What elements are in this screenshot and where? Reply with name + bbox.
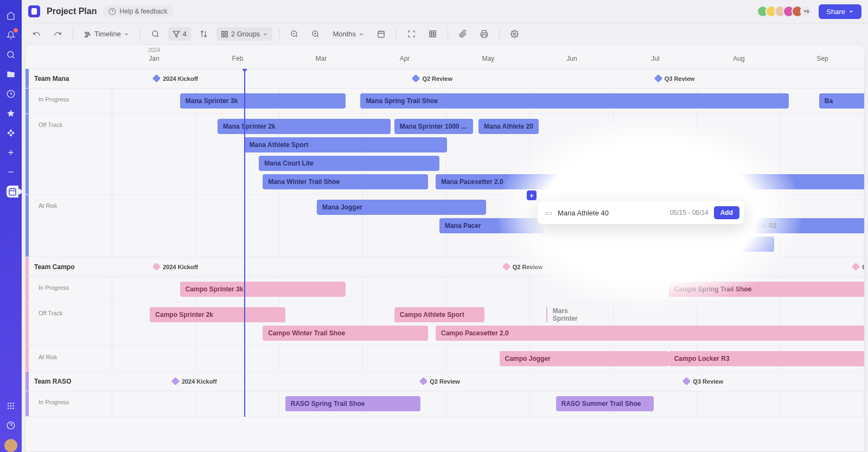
group-header[interactable]: Team Campo2024 KickoffQ2 ReviewQ — [25, 257, 864, 277]
star-icon[interactable] — [5, 107, 17, 119]
collaborator-avatars[interactable]: +6 — [760, 5, 812, 17]
home-icon[interactable] — [5, 10, 17, 22]
filter-button[interactable]: 4 — [168, 27, 191, 41]
task-bar[interactable]: Mana Spring Trail Shoe — [360, 93, 789, 109]
month-column: 2024Jan — [112, 45, 196, 68]
task-bar[interactable]: Campo Athlete Sport — [394, 307, 484, 322]
task-bar[interactable]: Mana Sprinter 3k — [180, 93, 346, 109]
svg-point-9 — [8, 408, 9, 409]
milestone[interactable]: 2024 Kickoff — [154, 75, 198, 82]
svg-point-4 — [10, 403, 12, 404]
task-bar[interactable]: Mana Jogger — [317, 200, 486, 215]
task-bar[interactable]: Campo Winter Trail Shoe — [263, 326, 428, 341]
avatar-overflow[interactable]: +6 — [800, 5, 812, 17]
grid-toggle-button[interactable] — [424, 27, 441, 41]
task-bar[interactable]: Mars Sprinter — [546, 307, 591, 322]
milestone[interactable]: Q2 Review — [420, 378, 460, 385]
month-column: Sep — [781, 45, 864, 68]
milestone[interactable]: Q3 Review — [655, 75, 695, 82]
milestone[interactable]: Q2 Review — [503, 264, 543, 270]
task-bar[interactable]: Mana Pacesetter 3.0 — [623, 237, 774, 252]
svg-rect-26 — [482, 35, 487, 37]
chevron-down-icon — [359, 31, 364, 37]
status-row: In ProgressCampo Sprinter 3kCampo Spring… — [25, 277, 864, 302]
task-bar[interactable]: Campo Spring Trail Shoe — [669, 282, 865, 297]
undo-button[interactable] — [28, 27, 45, 41]
task-bar[interactable]: Campo Pacesetter 2.0 — [436, 326, 865, 341]
status-row: Off TrackMana Sprinter 2kMana Sprinter 1… — [25, 114, 864, 195]
folder-icon[interactable] — [5, 68, 17, 80]
task-bar[interactable]: Mana Sprinter 1000 ... — [394, 119, 474, 134]
svg-point-8 — [12, 405, 14, 407]
question-icon — [108, 8, 116, 15]
task-bar[interactable]: Mana Sprinter 2k — [218, 119, 391, 134]
task-bar[interactable]: Campo Sprinter 3k — [180, 282, 346, 297]
month-column: Jul — [614, 45, 697, 68]
zoom-level-selector[interactable]: Months — [328, 27, 368, 41]
view-selector[interactable]: Timeline — [80, 27, 133, 41]
task-bar[interactable]: Mana Court Lite — [259, 156, 439, 171]
new-task-dates[interactable]: 05/15 - 06/14 — [670, 209, 709, 217]
attachment-button[interactable] — [455, 27, 471, 41]
print-button[interactable] — [476, 27, 493, 41]
svg-rect-20 — [222, 35, 224, 37]
task-bar[interactable]: Ba — [819, 93, 865, 109]
user-avatar[interactable] — [4, 439, 17, 452]
svg-point-10 — [10, 408, 12, 409]
svg-point-7 — [10, 405, 12, 407]
search-icon[interactable] — [5, 49, 17, 61]
redo-button[interactable] — [49, 27, 66, 41]
task-bar[interactable]: Mana Winter Trail Shoe — [263, 174, 428, 189]
help-icon[interactable] — [5, 419, 17, 431]
today-button[interactable] — [373, 27, 390, 41]
task-bar[interactable]: RASO Spring Trail Shoe — [285, 396, 420, 411]
app-sidebar — [0, 0, 22, 452]
task-bar[interactable]: Mana Pacesetter 2.0 — [436, 174, 865, 189]
new-task-name[interactable]: Mana Athlete 40 — [558, 209, 665, 217]
group-button[interactable]: 2 Groups — [216, 27, 272, 41]
timeline-icon[interactable] — [7, 186, 18, 198]
svg-rect-16 — [85, 36, 88, 37]
task-bar[interactable]: Campo Locker R3 — [669, 351, 865, 366]
task-bar[interactable]: Campo Sprinter 2k — [150, 307, 285, 322]
time-icon[interactable] — [5, 88, 17, 100]
apps-icon[interactable] — [5, 400, 17, 412]
add-button[interactable]: Add — [714, 206, 739, 219]
milestone[interactable]: Q — [853, 264, 865, 270]
toolbar: Timeline 4 2 Groups Months — [22, 23, 868, 44]
diamond-tool-icon[interactable] — [5, 127, 17, 139]
status-row: In ProgressRASO Spring Trail ShoeRASO Su… — [25, 391, 864, 417]
svg-point-6 — [8, 405, 9, 407]
task-bar[interactable]: Campo Jogger — [500, 351, 669, 366]
zoom-out-button[interactable] — [286, 27, 303, 41]
settings-button[interactable] — [506, 27, 523, 41]
task-bar[interactable]: RASO Summer Trail Shoe — [556, 396, 654, 411]
search-button[interactable] — [147, 27, 164, 41]
status-row: In ProgressMana Sprinter 3kMana Spring T… — [25, 88, 864, 114]
app-logo — [28, 5, 40, 17]
zoom-in-button[interactable] — [307, 27, 324, 41]
timeline-canvas[interactable]: 2024Jan Feb Mar Apr May Jun Jul Aug Sep … — [25, 44, 865, 452]
milestone[interactable]: 2024 Kickoff — [173, 378, 217, 385]
milestone[interactable]: Q3 Review — [684, 378, 723, 385]
milestone[interactable]: Q2 Review — [413, 75, 452, 82]
month-column: Jun — [530, 45, 614, 68]
svg-rect-21 — [225, 35, 227, 37]
svg-rect-15 — [86, 34, 90, 35]
minus-icon[interactable] — [5, 166, 17, 178]
group-header[interactable]: Team Mana2024 KickoffQ2 ReviewQ3 Review — [25, 69, 864, 88]
plus-icon[interactable] — [5, 147, 17, 158]
expand-button[interactable] — [403, 27, 420, 41]
task-bar[interactable]: Mana Athlete 20 — [478, 119, 539, 134]
milestone[interactable]: 2024 Kickoff — [154, 264, 198, 270]
add-task-plus-button[interactable]: + — [527, 190, 537, 200]
group-header[interactable]: Team RASO2024 KickoffQ2 ReviewQ3 Review — [25, 372, 864, 391]
help-feedback-button[interactable]: Help & feedback — [103, 5, 173, 17]
svg-point-27 — [514, 33, 516, 35]
chevron-down-icon — [263, 31, 268, 37]
page-title: Project Plan — [47, 7, 97, 16]
share-button[interactable]: Share — [819, 4, 861, 19]
task-bar[interactable]: Mana Athlete Sport — [244, 137, 447, 152]
notifications-icon[interactable] — [5, 29, 17, 41]
sort-button[interactable] — [195, 27, 212, 41]
